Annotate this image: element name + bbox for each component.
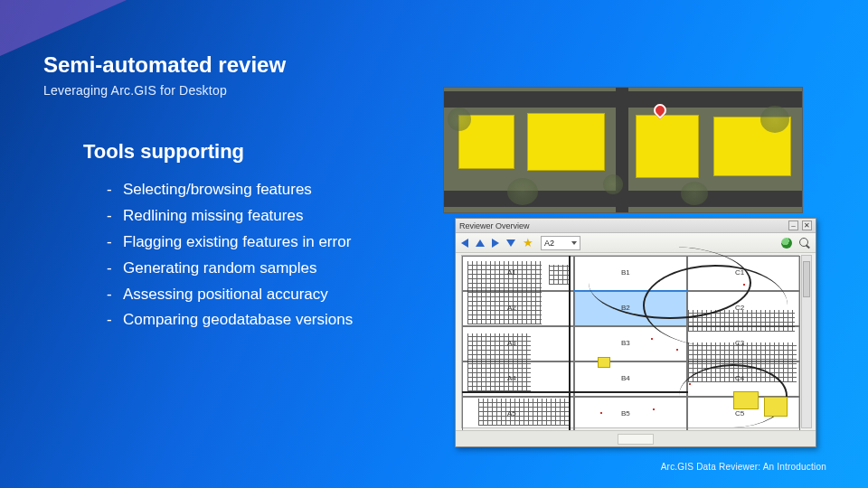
bullet-item: Selecting/browsing features [107, 177, 353, 203]
slide-footer: Arc.GIS Data Reviewer: An Introduction [661, 462, 826, 472]
globe-icon[interactable] [781, 238, 792, 249]
reviewer-titlebar: Reviewer Overview – ✕ [456, 219, 816, 233]
close-button[interactable]: ✕ [802, 221, 812, 230]
reviewer-canvas[interactable]: A1 B1 C1 A2 B2 C2 A3 B3 C3 A4 B4 C4 A5 B… [461, 255, 799, 428]
reviewer-title: Reviewer Overview [459, 221, 530, 230]
slide-title: Semi-automated review [43, 52, 286, 78]
slide-subtitle: Leveraging Arc.GIS for Desktop [43, 83, 227, 98]
arrow-down-icon[interactable] [506, 239, 515, 247]
slide: Semi-automated review Leveraging Arc.GIS… [0, 0, 868, 488]
arrow-right-icon[interactable] [492, 239, 499, 248]
arrow-up-icon[interactable] [476, 239, 485, 247]
cell-label: B3 [621, 339, 630, 347]
aerial-image [443, 87, 803, 213]
bullet-item: Flagging existing features in error [107, 230, 353, 256]
scrollbar-thumb[interactable] [803, 261, 810, 297]
reviewer-statusbar [456, 430, 816, 446]
magnifier-icon[interactable] [799, 238, 810, 249]
bullet-item: Assessing positional accuracy [107, 282, 353, 308]
reviewer-window: Reviewer Overview – ✕ ★ A2 [455, 218, 816, 447]
cell-label: B5 [621, 409, 630, 418]
corner-accent [0, 0, 127, 56]
status-tab[interactable] [618, 434, 654, 445]
cell-select-value: A2 [544, 239, 554, 248]
arrow-left-icon[interactable] [461, 239, 468, 248]
star-icon[interactable]: ★ [523, 238, 533, 249]
bullet-list: Selecting/browsing features Redlining mi… [107, 177, 353, 333]
vertical-scrollbar[interactable] [801, 255, 812, 428]
minimize-button[interactable]: – [788, 221, 798, 230]
bullet-item: Comparing geodatabase versions [107, 307, 353, 333]
section-heading: Tools supporting [83, 140, 244, 164]
cell-select-combo[interactable]: A2 [541, 236, 580, 250]
bullet-item: Generating random samples [107, 256, 353, 282]
bullet-item: Redlining missing features [107, 203, 353, 230]
cell-label: B4 [621, 374, 630, 382]
